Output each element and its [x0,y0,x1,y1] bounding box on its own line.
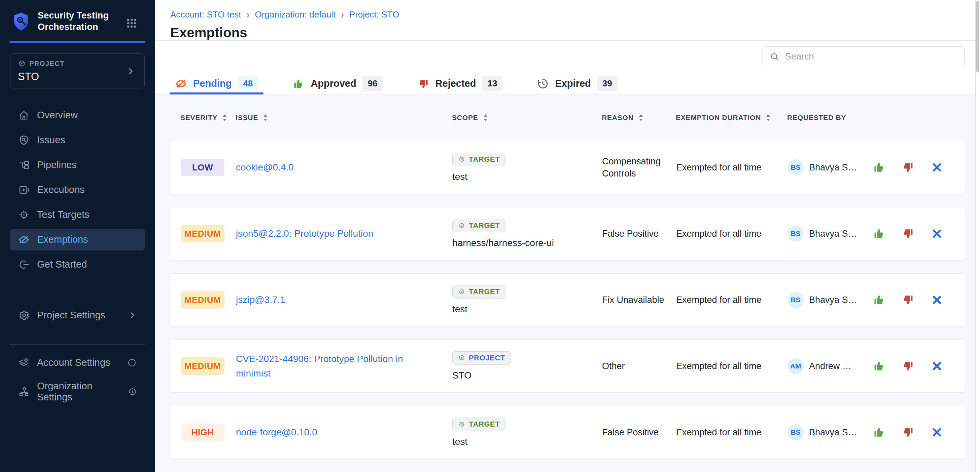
tab-approved[interactable]: Approved 96 [287,73,388,94]
thumbs-up-icon [873,293,885,306]
module-accent-bar [10,41,145,43]
thumbs-up-icon [873,426,885,439]
info-icon[interactable] [128,387,137,396]
issue-link[interactable]: cookie@0.4.0 [236,160,309,174]
issue-link[interactable]: json5@2.2.0: Prototype Pollution [236,226,389,241]
sidebar-item-executions[interactable]: Executions [10,179,145,201]
cancel-button[interactable] [930,227,943,240]
breadcrumb-separator-icon: › [341,8,344,21]
target-crosshair-icon [18,209,30,220]
thumbs-up-icon [873,161,885,174]
reason-text: False Positive [602,228,676,240]
severity-badge: MEDIUM [181,291,224,309]
page-title: Exemptions [170,25,980,40]
issue-link[interactable]: node-forge@0.10.0 [236,425,333,439]
breadcrumb-account-link[interactable]: Account: STO test [170,10,241,20]
sort-icon [482,114,488,122]
scope-name: test [452,171,468,182]
cancel-button[interactable] [930,293,943,307]
breadcrumb-organization-link[interactable]: Organization: default [255,10,336,20]
scope-name: test [452,436,468,447]
duration-text: Exempted for all time [676,361,762,371]
sidebar-item-project-settings[interactable]: Project Settings [10,304,145,326]
requested-by-name: Bhavya S… [809,229,857,239]
table-row: MEDIUM json5@2.2.0: Prototype Pollution … [170,207,965,260]
column-header-exemption-duration[interactable]: EXEMPTION DURATION [676,114,787,122]
tab-pending[interactable]: Pending 48 [170,73,264,94]
sidebar-item-get-started[interactable]: Get Started [10,254,145,275]
duration-text: Exempted for all time [676,162,762,173]
reject-button[interactable] [901,227,915,240]
scope-type-badge: TARGET [452,219,506,232]
reject-button[interactable] [901,161,915,174]
scope-type-label: TARGET [469,287,500,296]
project-selector[interactable]: PROJECT STO [10,54,145,89]
sidebar-item-test-targets[interactable]: Test Targets [10,204,145,226]
tab-count-badge: 39 [597,76,617,91]
sidebar: Security Testing Orchestration [0,0,155,472]
sort-icon [765,114,772,122]
requested-by-name: Bhavya S… [809,295,857,305]
breadcrumb-project-link[interactable]: Project: STO [349,10,399,20]
scrollbar-thumb[interactable] [976,1,979,72]
sidebar-item-organization-settings[interactable]: Organization Settings [10,381,145,402]
requested-by-cell: BS Bhavya S… [788,159,872,176]
tab-label: Rejected [436,78,476,89]
sidebar-divider [10,344,145,345]
app-header: Security Testing Orchestration [0,0,155,33]
column-header-label: SEVERITY [180,114,217,122]
duration-text: Exempted for all time [676,295,762,305]
vertical-scrollbar[interactable] [975,0,980,472]
app-switcher-grid-icon[interactable] [126,17,137,29]
approve-button[interactable] [872,360,886,373]
chevron-right-icon [128,311,137,320]
app-root: Security Testing Orchestration [0,0,980,472]
approve-button[interactable] [872,293,886,307]
thumbs-up-icon [873,227,885,240]
column-header-issue[interactable]: ISSUE [235,114,452,122]
issue-link[interactable]: CVE-2021-44906: Prototype Pollution in m… [236,352,452,381]
table-row: MEDIUM CVE-2021-44906: Prototype Polluti… [170,339,965,393]
row-actions [872,293,954,307]
sidebar-item-label: Executions [37,184,85,195]
thumbs-down-icon [902,227,915,240]
approve-button[interactable] [872,227,886,240]
tab-expired[interactable]: Expired 39 [531,73,623,94]
issue-link[interactable]: jszip@3.7.1 [236,293,301,307]
sidebar-item-pipelines[interactable]: Pipelines [10,154,145,176]
tab-rejected[interactable]: Rejected 13 [412,73,508,94]
sidebar-item-issues[interactable]: Issues [10,130,145,151]
cube-icon [18,60,26,68]
info-icon[interactable] [127,358,137,367]
thumbs-up-icon [873,360,885,372]
sidebar-item-exemptions[interactable]: Exemptions [10,229,145,250]
cancel-button[interactable] [930,426,943,439]
approve-button[interactable] [872,161,886,174]
sidebar-item-overview[interactable]: Overview [10,105,145,126]
approve-button[interactable] [872,426,886,439]
sidebar-item-label: Exemptions [37,234,88,245]
sidebar-nav: Overview Issues [0,101,155,279]
reject-button[interactable] [901,426,915,439]
table-row: MEDIUM jszip@3.7.1 TARGET test Fix Unava… [170,273,965,326]
scope-type-badge: PROJECT [452,351,511,365]
thumbs-down-icon [902,161,915,174]
cancel-button[interactable] [930,161,943,174]
sidebar-item-account-settings[interactable]: Account Settings [10,352,145,374]
thumbs-down-icon [417,78,430,90]
reject-button[interactable] [901,293,915,307]
column-header-scope[interactable]: SCOPE [452,114,602,122]
row-actions [872,227,954,240]
column-header-severity[interactable]: SEVERITY [180,114,235,122]
severity-badge: LOW [181,159,224,176]
column-header-reason[interactable]: REASON [602,114,676,122]
sidebar-item-label: Overview [37,109,78,121]
org-hierarchy-gear-icon [18,386,30,398]
reject-button[interactable] [901,360,915,373]
cancel-button[interactable] [930,360,943,373]
tab-count-badge: 13 [482,76,503,91]
search-input[interactable] [785,51,958,62]
gear-icon [18,310,30,321]
sidebar-item-label: Issues [37,135,65,146]
search-box [763,46,964,67]
